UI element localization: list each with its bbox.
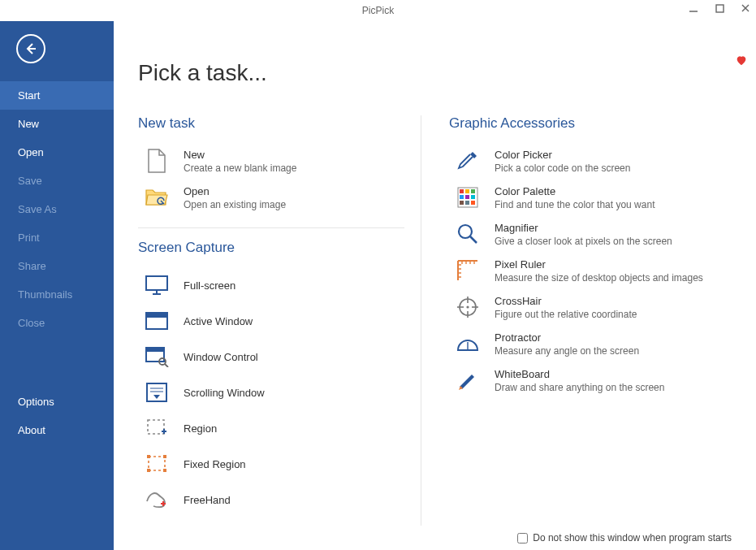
task-magnifier[interactable]: Magnifier Give a closer look at pixels o… (449, 216, 715, 253)
minimize-button[interactable] (688, 2, 699, 14)
svg-rect-25 (465, 189, 469, 193)
magnifier-icon (456, 222, 480, 246)
svg-rect-31 (465, 201, 469, 205)
window-icon (145, 309, 169, 333)
task-desc: Give a closer look at pixels on the scre… (495, 236, 672, 247)
window-controls (688, 2, 751, 14)
task-title: Region (184, 422, 217, 435)
svg-line-34 (470, 236, 477, 243)
svg-rect-29 (471, 195, 475, 199)
arrow-left-icon (24, 41, 38, 56)
task-desc: Open an existing image (184, 199, 286, 210)
task-freehand[interactable]: FreeHand (138, 482, 404, 518)
sidebar-item-close: Close (0, 309, 114, 337)
fixed-region-icon (145, 452, 169, 476)
task-desc: Measure the size of desktop objects and … (495, 272, 703, 284)
task-color-picker[interactable]: Color Picker Pick a color code on the sc… (449, 143, 715, 180)
sidebar-item-new[interactable]: New (0, 110, 114, 138)
svg-rect-30 (460, 201, 464, 205)
task-title: FreeHand (184, 494, 231, 506)
task-crosshair[interactable]: CrossHair Figure out the relative coordi… (449, 289, 715, 326)
task-scrolling-window[interactable]: Scrolling Window (138, 375, 404, 410)
section-title-newtask: New task (138, 115, 404, 132)
task-title: Magnifier (495, 222, 672, 234)
task-title: New (184, 149, 296, 161)
window-search-icon (145, 344, 169, 369)
svg-point-33 (459, 225, 472, 238)
task-desc: Draw and share anything on the screen (495, 382, 664, 393)
task-title: Open (184, 185, 286, 197)
sidebar-item-start[interactable]: Start (0, 81, 114, 110)
divider (138, 227, 404, 228)
task-title: Active Window (184, 315, 253, 327)
sidebar-item-options[interactable]: Options (0, 388, 114, 416)
svg-rect-32 (471, 201, 475, 205)
task-fullscreen[interactable]: Full-screen (138, 267, 404, 303)
heart-icon (735, 54, 748, 67)
pen-icon (456, 368, 480, 392)
task-protractor[interactable]: Protractor Measure any angle on the scre… (449, 326, 715, 362)
task-open[interactable]: Open Open an existing image (138, 180, 404, 216)
svg-rect-26 (471, 189, 475, 193)
maximize-button[interactable] (714, 2, 725, 14)
dont-show-label: Do not show this window when program sta… (533, 532, 732, 544)
task-title: Color Picker (495, 149, 630, 161)
svg-point-40 (466, 305, 469, 308)
svg-rect-11 (146, 348, 164, 352)
task-title: Fixed Region (184, 458, 246, 470)
region-icon (145, 416, 169, 440)
new-file-icon (145, 149, 169, 173)
task-title: CrossHair (495, 295, 637, 307)
favorite-button[interactable] (735, 54, 748, 67)
dont-show-checkbox[interactable] (517, 533, 528, 544)
close-button[interactable] (740, 2, 751, 14)
section-title-accessories: Graphic Accessories (449, 115, 715, 132)
sidebar-item-thumbnails: Thumbnails (0, 280, 114, 309)
sidebar-item-about[interactable]: About (0, 416, 114, 444)
svg-rect-22 (163, 469, 166, 472)
svg-rect-20 (163, 455, 166, 458)
sidebar-item-open[interactable]: Open (0, 138, 114, 167)
protractor-icon (456, 331, 480, 356)
task-title: Full-screen (184, 279, 235, 292)
page-title: Pick a task... (138, 60, 732, 86)
task-whiteboard[interactable]: WhiteBoard Draw and share anything on th… (449, 362, 715, 399)
sidebar-item-print: Print (0, 223, 114, 252)
footer: Do not show this window when program sta… (138, 526, 732, 544)
svg-rect-24 (460, 189, 464, 193)
column-left: New task New Create a new blank image (138, 115, 421, 526)
task-desc: Find and tune the color that you want (495, 199, 654, 210)
scroll-window-icon (145, 380, 169, 405)
task-color-palette[interactable]: Color Palette Find and tune the color th… (449, 180, 715, 216)
titlebar: PicPick (0, 0, 756, 21)
task-fixed-region[interactable]: Fixed Region (138, 446, 404, 482)
task-title: WhiteBoard (495, 368, 664, 380)
task-window-control[interactable]: Window Control (138, 339, 404, 375)
sidebar-item-save-as: Save As (0, 195, 114, 223)
svg-rect-5 (146, 276, 167, 290)
svg-line-13 (165, 364, 168, 367)
svg-rect-21 (147, 469, 150, 472)
window-title: PicPick (362, 5, 394, 16)
svg-rect-1 (716, 5, 724, 12)
content-area: Pick a task... New task New Create a new… (114, 21, 756, 550)
freehand-icon (145, 487, 169, 512)
task-title: Pixel Ruler (495, 258, 703, 271)
task-region[interactable]: Region (138, 410, 404, 446)
task-title: Color Palette (495, 185, 654, 197)
open-folder-icon (145, 185, 169, 210)
back-button[interactable] (16, 34, 45, 63)
task-desc: Measure any angle on the screen (495, 345, 639, 357)
task-active-window[interactable]: Active Window (138, 303, 404, 339)
ruler-icon (456, 258, 480, 283)
svg-rect-18 (149, 457, 165, 470)
task-pixel-ruler[interactable]: Pixel Ruler Measure the size of desktop … (449, 253, 715, 289)
section-title-capture: Screen Capture (138, 240, 404, 256)
svg-rect-28 (465, 195, 469, 199)
task-desc: Create a new blank image (184, 162, 296, 174)
svg-rect-9 (146, 313, 167, 318)
column-right: Graphic Accessories Color Picker Pick a … (421, 115, 732, 526)
task-new[interactable]: New Create a new blank image (138, 143, 404, 180)
sidebar-item-share: Share (0, 252, 114, 280)
eyedropper-icon (456, 149, 480, 173)
